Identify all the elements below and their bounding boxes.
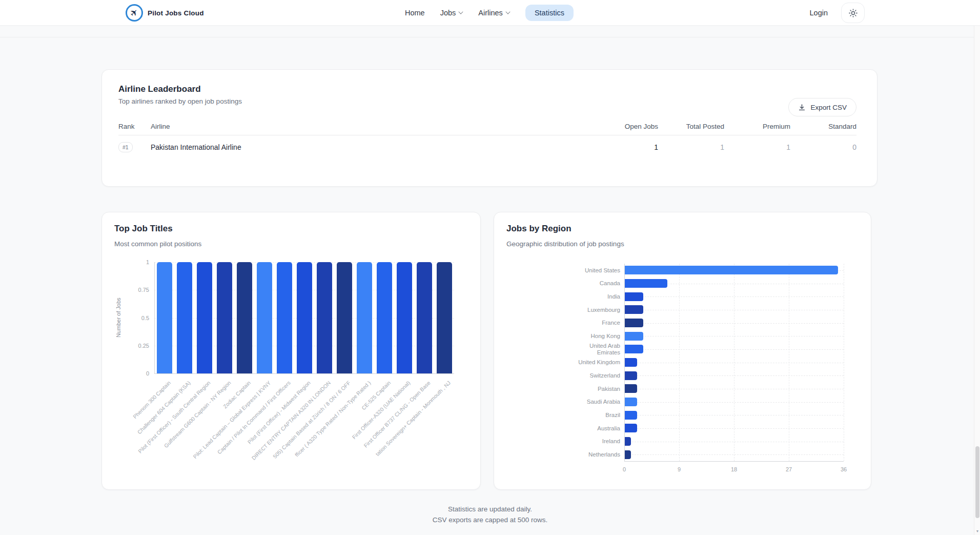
bar-1[interactable] [177, 262, 192, 373]
bar-pakistan[interactable] [625, 384, 637, 393]
bar-10[interactable] [357, 262, 372, 373]
bar-6[interactable] [277, 262, 292, 373]
scroll-down-icon[interactable]: ▼ [974, 529, 980, 533]
nav-airlines[interactable]: Airlines [478, 9, 510, 17]
bar-9[interactable] [337, 262, 352, 373]
rank-badge: #1 [118, 142, 133, 152]
table-row[interactable]: #1 Pakistan International Airline 1 1 1 … [118, 135, 856, 159]
export-csv-button[interactable]: Export CSV [788, 98, 856, 116]
bar-canada[interactable] [625, 279, 667, 288]
login-link[interactable]: Login [810, 9, 828, 17]
region-label: Luxembourg [572, 303, 620, 316]
x-axis-label: tation Sovereign+ Captain - Monmouth , N… [374, 380, 452, 457]
bar-france[interactable] [625, 319, 643, 327]
jobs-by-region-chart: 09182736United StatesCanadaIndiaLuxembou… [494, 212, 871, 489]
chevron-down-icon [459, 9, 463, 14]
x-axis-label: Pilot (First Officer) - South Central Re… [137, 380, 212, 454]
column-header-airline: Airline [151, 123, 592, 130]
bar-switzerland[interactable] [625, 371, 637, 380]
sun-icon [849, 9, 858, 17]
bar-12[interactable] [397, 262, 412, 373]
y-axis-tick: 1 [122, 259, 149, 265]
y-axis-tick: 0 [122, 370, 149, 377]
bar-united-states[interactable] [625, 266, 838, 274]
bar-0[interactable] [157, 262, 172, 373]
chevron-down-icon [505, 9, 510, 14]
bar-4[interactable] [237, 262, 252, 373]
x-axis-label: fficer ( A320 Type Rated / Non-Type Rate… [293, 380, 372, 458]
region-label: United States [572, 264, 620, 277]
region-label: Hong Kong [572, 329, 620, 343]
footer-line-1: Statistics are updated daily. [0, 505, 980, 513]
leaderboard-card: Airline Leaderboard Top airlines ranked … [101, 69, 877, 187]
gridline [624, 375, 844, 376]
x-axis-tick: 0 [614, 466, 635, 472]
nav-statistics-label: Statistics [535, 9, 564, 17]
bar-2[interactable] [197, 262, 212, 373]
region-label: Australia [572, 422, 620, 435]
jobs-by-region-card: Jobs by Region Geographic distribution o… [494, 212, 871, 490]
nav-statistics[interactable]: Statistics [525, 5, 574, 21]
brand-name: Pilot Jobs Cloud [148, 9, 204, 17]
navbar-right: Login [810, 0, 865, 26]
gridline [624, 454, 844, 455]
main-nav: Home Jobs Airlines Statistics [405, 0, 574, 26]
open-jobs-value: 1 [592, 143, 658, 151]
theme-toggle-button[interactable] [841, 3, 865, 23]
region-label: Brazil [572, 408, 620, 422]
region-label: Saudi Arabia [572, 395, 620, 409]
region-label: Canada [572, 277, 620, 290]
bar-7[interactable] [297, 262, 312, 373]
y-axis-line [624, 264, 625, 461]
bar-hong-kong[interactable] [625, 332, 643, 341]
vertical-scrollbar[interactable]: ▲ ▼ [974, 0, 980, 535]
x-axis-tick: 9 [669, 466, 689, 472]
bar-8[interactable] [317, 262, 332, 373]
x-axis-label: Phenom 300 Captain [132, 380, 172, 420]
gridline [844, 264, 844, 461]
gridline [624, 415, 844, 415]
bar-ireland[interactable] [625, 437, 631, 446]
column-header-premium: Premium [724, 123, 790, 130]
x-axis-tick: 18 [724, 466, 744, 472]
bar-3[interactable] [217, 262, 232, 373]
divider [0, 37, 980, 37]
brand[interactable]: ✈ Pilot Jobs Cloud [126, 0, 204, 26]
page-footer: Statistics are updated daily. CSV export… [0, 505, 980, 527]
region-label: United Kingdom [572, 356, 620, 369]
x-axis-label: Captain / Pilot In Command / First Offic… [216, 380, 292, 455]
leaderboard-subtitle: Top airlines ranked by open job postings [118, 97, 856, 105]
top-job-titles-card: Top Job Titles Most common pilot positio… [101, 212, 481, 490]
column-header-total-posted: Total Posted [658, 123, 724, 130]
bar-australia[interactable] [625, 424, 637, 432]
bar-united-kingdom[interactable] [625, 358, 637, 367]
bar-brazil[interactable] [625, 411, 637, 420]
bar-netherlands[interactable] [625, 450, 631, 459]
bar-saudi-arabia[interactable] [625, 398, 637, 406]
airplane-icon: ✈ [128, 7, 140, 18]
bar-13[interactable] [417, 262, 432, 373]
scrollbar-thumb[interactable] [975, 446, 979, 518]
bar-india[interactable] [625, 292, 643, 301]
y-axis-tick: 0.5 [122, 315, 149, 321]
bar-luxembourg[interactable] [625, 305, 643, 314]
x-axis-line [624, 461, 844, 462]
bar-14[interactable] [437, 262, 452, 373]
region-label: India [572, 290, 620, 303]
nav-jobs-label: Jobs [440, 9, 456, 17]
bar-united-arab-emirates[interactable] [625, 345, 643, 353]
table-header-row: Rank Airline Open Jobs Total Posted Prem… [118, 117, 856, 135]
download-icon [798, 104, 806, 111]
leaderboard-table: Rank Airline Open Jobs Total Posted Prem… [118, 117, 856, 159]
x-axis-line [154, 373, 454, 374]
column-header-standard: Standard [790, 123, 856, 130]
bar-11[interactable] [377, 262, 392, 373]
statistics-page: ✈ Pilot Jobs Cloud Home Jobs Airlines St… [0, 0, 980, 535]
bar-5[interactable] [257, 262, 272, 373]
nav-airlines-label: Airlines [478, 9, 503, 17]
nav-jobs[interactable]: Jobs [440, 9, 463, 17]
premium-value: 1 [724, 143, 790, 151]
gridline [624, 363, 844, 363]
nav-home[interactable]: Home [405, 9, 425, 17]
gridline [624, 349, 844, 350]
